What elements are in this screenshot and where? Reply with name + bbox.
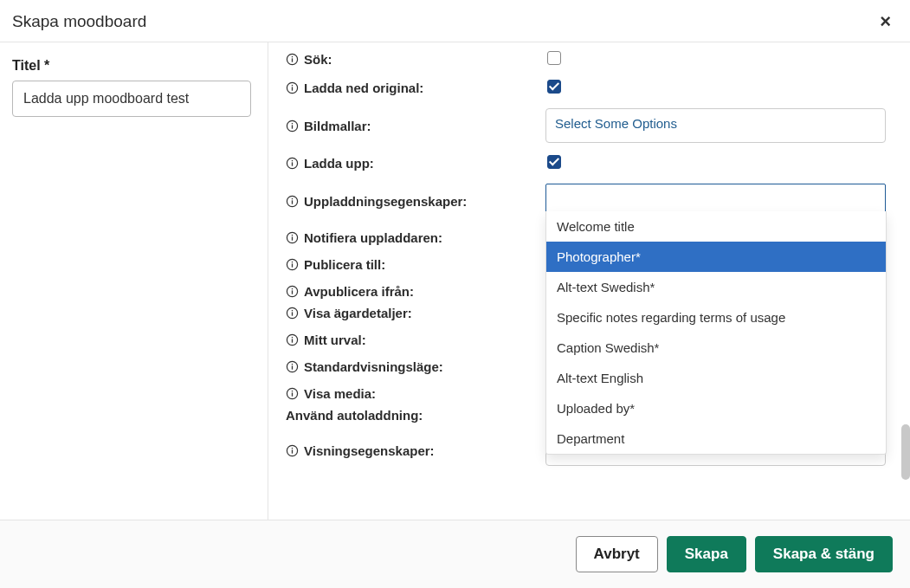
info-icon[interactable]: [286, 231, 299, 244]
select-bildmallar[interactable]: Select Some Options: [545, 108, 886, 143]
dropdown-item[interactable]: Specific notes regarding terms of usage: [546, 302, 886, 333]
svg-rect-23: [292, 288, 293, 289]
info-icon[interactable]: [286, 195, 299, 208]
info-icon[interactable]: [286, 285, 299, 298]
create-button[interactable]: Skapa: [667, 536, 746, 572]
svg-rect-2: [292, 56, 293, 57]
scrollbar-thumb[interactable]: [901, 424, 910, 480]
label-default-view: Standardvisningsläge:: [304, 359, 443, 374]
svg-rect-34: [292, 392, 293, 396]
svg-rect-1: [292, 58, 293, 61]
dropdown-item[interactable]: Department: [546, 423, 886, 454]
svg-rect-8: [292, 122, 293, 123]
svg-rect-7: [292, 125, 293, 128]
info-icon[interactable]: [286, 333, 299, 346]
info-icon[interactable]: [286, 307, 299, 320]
svg-rect-31: [292, 365, 293, 369]
info-icon[interactable]: [286, 120, 299, 132]
row-ladda-ned: Ladda ned original:: [286, 80, 886, 96]
svg-rect-16: [292, 236, 293, 240]
info-icon[interactable]: [286, 387, 299, 400]
label-upload-props: Uppladdningsegenskaper:: [304, 194, 467, 209]
info-icon[interactable]: [286, 444, 299, 457]
right-column[interactable]: Sök: Ladda ned original:: [268, 42, 910, 520]
label-unpublish-from: Avpublicera ifrån:: [304, 284, 414, 299]
checkbox-ladda-ned[interactable]: [547, 80, 561, 94]
label-show-media: Visa media:: [304, 386, 376, 401]
info-icon[interactable]: [286, 81, 299, 94]
left-column: Titel *: [0, 42, 268, 520]
svg-rect-29: [292, 337, 293, 338]
row-sok: Sök:: [286, 51, 886, 68]
svg-rect-22: [292, 290, 293, 294]
svg-rect-10: [292, 162, 293, 165]
row-ladda-upp: Ladda upp:: [286, 155, 886, 171]
svg-rect-14: [292, 197, 293, 198]
svg-rect-37: [292, 449, 293, 453]
svg-rect-25: [292, 312, 293, 315]
svg-rect-28: [292, 339, 293, 342]
dropdown-item[interactable]: Uploaded by*: [546, 393, 886, 423]
row-bildmallar: Bildmallar: Select Some Options: [286, 108, 886, 143]
modal-footer: Avbryt Skapa Skapa & stäng: [0, 520, 910, 588]
close-button[interactable]: ×: [876, 10, 894, 33]
info-icon[interactable]: [286, 258, 299, 271]
checkbox-sok[interactable]: [547, 51, 561, 65]
svg-rect-11: [292, 160, 293, 161]
upload-props-dropdown[interactable]: Welcome title Photographer* Alt-text Swe…: [545, 211, 887, 455]
label-publish-to: Publicera till:: [304, 257, 385, 272]
label-my-selection: Mitt urval:: [304, 333, 366, 347]
label-owner-details: Visa ägardetaljer:: [304, 306, 412, 320]
modal-header: Skapa moodboard ×: [0, 0, 910, 42]
svg-rect-26: [292, 310, 293, 311]
dropdown-item[interactable]: Photographer*: [546, 242, 886, 272]
info-icon[interactable]: [286, 53, 299, 66]
create-close-button[interactable]: Skapa & stäng: [755, 536, 893, 572]
create-moodboard-modal: Skapa moodboard × Titel * Sök:: [0, 0, 910, 588]
modal-body: Titel * Sök:: [0, 42, 910, 520]
label-notify: Notifiera uppladdaren:: [304, 230, 442, 245]
checkbox-ladda-upp[interactable]: [547, 155, 561, 169]
label-autoload: Använd autoladdning:: [286, 408, 423, 423]
cancel-button[interactable]: Avbryt: [576, 536, 658, 572]
svg-rect-38: [292, 447, 293, 448]
svg-rect-13: [292, 200, 293, 204]
info-icon[interactable]: [286, 360, 299, 373]
svg-rect-35: [292, 391, 293, 391]
svg-rect-19: [292, 263, 293, 267]
label-view-props: Visningsegenskaper:: [304, 443, 435, 458]
dropdown-item[interactable]: Welcome title: [546, 211, 886, 242]
title-label: Titel *: [12, 58, 255, 74]
modal-title: Skapa moodboard: [12, 12, 146, 31]
svg-rect-17: [292, 235, 293, 236]
svg-rect-5: [292, 85, 293, 86]
svg-rect-20: [292, 262, 293, 262]
label-ladda-upp: Ladda upp:: [304, 156, 374, 171]
svg-rect-32: [292, 364, 293, 365]
dropdown-item[interactable]: Alt-text English: [546, 363, 886, 393]
title-input[interactable]: [12, 81, 251, 117]
dropdown-item[interactable]: Alt-text Swedish*: [546, 272, 886, 302]
label-ladda-ned: Ladda ned original:: [304, 81, 423, 95]
info-icon[interactable]: [286, 157, 299, 170]
label-sok: Sök:: [304, 52, 332, 67]
dropdown-item[interactable]: Caption Swedish*: [546, 333, 886, 363]
svg-rect-4: [292, 87, 293, 90]
label-bildmallar: Bildmallar:: [304, 119, 371, 133]
